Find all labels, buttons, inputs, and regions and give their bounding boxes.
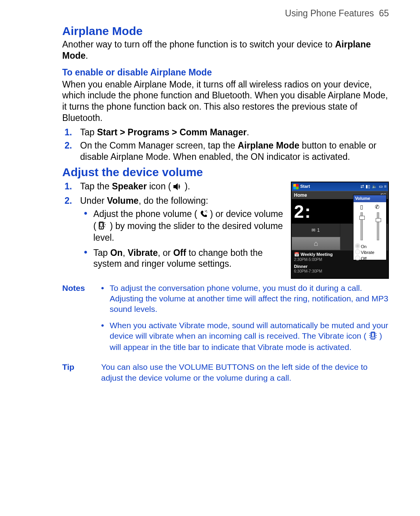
device-volume-icon xyxy=(99,221,107,232)
svg-rect-5 xyxy=(100,223,103,227)
svg-line-9 xyxy=(104,226,105,227)
home-cell: ⌂ xyxy=(292,237,340,250)
svg-line-2 xyxy=(206,210,207,211)
notes-label: Notes xyxy=(62,283,101,358)
clock-digits: 2: xyxy=(294,201,312,223)
home-label: Home xyxy=(294,192,307,198)
note-1: To adjust the conversation phone volume,… xyxy=(101,283,389,315)
device-volume-slider xyxy=(360,212,363,240)
volume-text-column: Tap the Speaker icon ( ). Under Volume, … xyxy=(62,180,289,273)
section-name: Using Phone Features xyxy=(285,8,374,18)
popup-device-volume-icon: ▯ xyxy=(360,204,363,211)
battery-icon: ▭ xyxy=(379,184,383,189)
signal-icon: ▮▯ xyxy=(366,184,370,189)
vibrate-icon xyxy=(369,331,377,342)
svg-line-1 xyxy=(205,211,206,212)
volume-options: On Vibrate Off xyxy=(354,243,386,262)
speaker-status-icon: 🔈 xyxy=(372,184,377,189)
opt-on: On xyxy=(355,243,385,250)
popup-phone-volume-icon: ✆ xyxy=(375,204,380,211)
svg-marker-0 xyxy=(173,183,178,190)
windows-flag-icon xyxy=(293,184,299,189)
svg-point-12 xyxy=(373,338,373,338)
start-label: Start xyxy=(300,184,310,189)
svg-point-6 xyxy=(101,227,102,228)
svg-line-7 xyxy=(104,222,105,223)
volume-step-1: Tap the Speaker icon ( ). xyxy=(80,181,285,192)
tip-label: Tip xyxy=(62,362,101,383)
volume-step-2: Under Volume, do the following: Adjust t… xyxy=(80,195,285,270)
opt-off: Off xyxy=(355,255,385,262)
page-number: 65 xyxy=(379,8,389,18)
heading-adjust-volume: Adjust the device volume xyxy=(62,165,389,180)
volume-bullet-1: Adjust the phone volume ( ) or device vo… xyxy=(93,208,285,243)
airplane-desc: When you enable Airplane Mode, it turns … xyxy=(62,79,389,124)
envelope-icon: ✉ xyxy=(312,227,315,233)
heading-enable-disable-airplane: To enable or disable Airplane Mode xyxy=(62,67,389,78)
opt-vibrate: Vibrate xyxy=(355,249,385,255)
screenshot-titlebar: Start ⇄ ▮▯ 🔈 ▭ ≡ xyxy=(292,182,388,191)
volume-popup: Volume ▯ ✆ On Vibrate Off xyxy=(353,195,387,260)
airplane-steps: Tap Start > Programs > Comm Manager. On … xyxy=(62,127,389,163)
notes-body: To adjust the conversation phone volume,… xyxy=(101,283,389,358)
volume-row: Tap the Speaker icon ( ). Under Volume, … xyxy=(62,180,389,279)
note-2: When you activate Vibrate mode, sound wi… xyxy=(101,320,389,353)
tip-body: You can also use the VOLUME BUTTONS on t… xyxy=(101,362,389,383)
airplane-intro: Another way to turn off the phone functi… xyxy=(62,39,389,61)
phone-volume-slider xyxy=(377,212,379,240)
ok-icon: ≡ xyxy=(384,184,387,189)
volume-bullet-2: Tap On, Vibrate, or Off to change both t… xyxy=(93,247,285,270)
manual-page: Using Phone Features 65 Airplane Mode An… xyxy=(0,0,420,516)
volume-substeps: Adjust the phone volume ( ) or device vo… xyxy=(80,208,285,269)
titlebar-status-icons: ⇄ ▮▯ 🔈 ▭ ≡ xyxy=(360,184,387,189)
notes-block: Notes To adjust the conversation phone v… xyxy=(62,283,389,358)
running-header: Using Phone Features 65 xyxy=(39,8,389,19)
airplane-step-2: On the Comm Manager screen, tap the Airp… xyxy=(80,140,389,163)
airplane-step-1: Tap Start > Programs > Comm Manager. xyxy=(80,127,389,138)
svg-line-3 xyxy=(206,212,207,212)
device-screenshot: Start ⇄ ▮▯ 🔈 ▭ ≡ Home /07 2: ✉1 💬3 xyxy=(291,182,389,279)
speaker-icon xyxy=(173,182,182,193)
svg-rect-11 xyxy=(372,333,374,337)
heading-airplane-mode: Airplane Mode xyxy=(62,24,389,38)
volume-popup-title: Volume xyxy=(354,195,386,202)
volume-steps: Tap the Speaker icon ( ). Under Volume, … xyxy=(62,181,285,269)
mail-cell: ✉1 xyxy=(292,224,340,237)
tip-block: Tip You can also use the VOLUME BUTTONS … xyxy=(62,362,389,383)
connection-icon: ⇄ xyxy=(360,184,364,189)
house-icon: ⌂ xyxy=(314,239,318,248)
phone-volume-icon xyxy=(200,209,208,220)
calendar-icon: 📅 xyxy=(294,252,299,257)
